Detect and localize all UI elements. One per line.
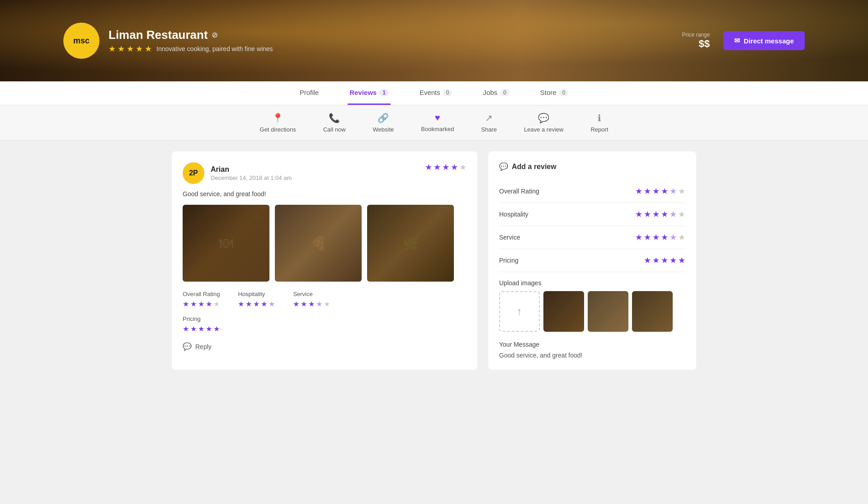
review-image-2: 🍕 [275, 205, 362, 282]
service-rating-row: Service ★ ★ ★ ★ ★ ★ [499, 226, 685, 249]
events-badge: 0 [443, 89, 453, 96]
action-bookmarked[interactable]: ♥ Bookmarked [421, 113, 454, 133]
upload-placeholder[interactable]: ↑ [499, 291, 540, 332]
uploaded-thumb-3[interactable] [632, 291, 673, 332]
pricing-rating-row: Pricing ★ ★ ★ ★ ★ [499, 249, 685, 272]
star-2: ★ [118, 44, 125, 54]
store-badge: 0 [559, 89, 569, 96]
call-icon: 📞 [329, 113, 340, 123]
pricing-rating-item: Pricing ★ ★ ★ ★ ★ [183, 316, 467, 333]
hero-info: Liman Restaurant ⊘ ★ ★ ★ ★ ★ Innovative … [108, 28, 273, 54]
message-section: Your Message Good service, and great foo… [499, 341, 685, 359]
hospitality-label: Hospitality [238, 291, 275, 297]
review-header: 2P Arian December 14, 2018 at 1:04 am ★ … [183, 162, 467, 184]
uploaded-thumb-1[interactable] [543, 291, 584, 332]
upload-label: Upload images [499, 279, 685, 287]
action-call-now[interactable]: 📞 Call now [323, 113, 346, 133]
hero-right: Price range $$ ✉ Direct message [682, 31, 805, 50]
r-star-1: ★ [425, 162, 432, 172]
message-text: Good service, and great food! [499, 352, 685, 359]
reviewer-info: 2P Arian December 14, 2018 at 1:04 am [183, 162, 292, 184]
pricing-label: Pricing [183, 316, 467, 322]
star-4: ★ [136, 44, 143, 54]
upload-section: Upload images ↑ [499, 279, 685, 332]
tab-profile[interactable]: Profile [298, 81, 321, 105]
reviews-badge: 1 [379, 89, 389, 96]
hero-tagline: Innovative cooking, paired with fine win… [156, 45, 273, 52]
hero-stars: ★ ★ ★ ★ ★ Innovative cooking, paired wit… [108, 44, 273, 54]
hero-section: msc Liman Restaurant ⊘ ★ ★ ★ ★ ★ Innovat… [0, 0, 868, 81]
rating-grid: Overall Rating ★ ★ ★ ★ ★ Hospitality ★ ★… [183, 291, 467, 308]
reviewer-date: December 14, 2018 at 1:04 am [211, 174, 292, 181]
directions-icon: 📍 [272, 113, 283, 123]
tab-events[interactable]: Events 0 [418, 81, 454, 105]
action-report[interactable]: ℹ Report [590, 113, 608, 133]
service-rating-row-stars[interactable]: ★ ★ ★ ★ ★ ★ [635, 232, 685, 242]
r-star-3: ★ [442, 162, 449, 172]
action-bar: 📍 Get directions 📞 Call now 🔗 Website ♥ … [0, 105, 868, 141]
price-range-label: Price range [682, 32, 710, 38]
overall-rating-row-stars[interactable]: ★ ★ ★ ★ ★ ★ [635, 186, 685, 196]
upload-icon: ↑ [517, 305, 522, 318]
review-icon: 💬 [538, 113, 549, 123]
hospitality-rating-row: Hospitality ★ ★ ★ ★ ★ ★ [499, 203, 685, 226]
tab-jobs[interactable]: Jobs 0 [481, 81, 511, 105]
star-1: ★ [108, 44, 116, 54]
overall-rating-stars: ★ ★ ★ ★ ★ [183, 300, 220, 308]
edit-icon[interactable]: ⊘ [212, 31, 217, 39]
bookmark-icon: ♥ [435, 113, 440, 123]
star-5: ★ [145, 44, 152, 54]
review-card: 2P Arian December 14, 2018 at 1:04 am ★ … [172, 151, 477, 370]
reviewer-name: Arian [211, 165, 292, 174]
tab-store[interactable]: Store 0 [538, 81, 571, 105]
jobs-badge: 0 [500, 89, 509, 96]
reply-section[interactable]: 💬 Reply [183, 342, 467, 351]
price-range-block: Price range $$ [682, 32, 710, 50]
restaurant-logo: msc [63, 23, 99, 59]
r-star-4: ★ [451, 162, 458, 172]
action-get-directions[interactable]: 📍 Get directions [260, 113, 296, 133]
direct-message-button[interactable]: ✉ Direct message [723, 31, 805, 50]
reply-icon: 💬 [183, 342, 192, 351]
avatar: 2P [183, 162, 204, 184]
hospitality-rating-row-stars[interactable]: ★ ★ ★ ★ ★ ★ [635, 209, 685, 219]
tab-reviews[interactable]: Reviews 1 [348, 81, 391, 105]
right-panel: 💬 Add a review Overall Rating ★ ★ ★ ★ ★ … [488, 151, 696, 370]
r-star-2: ★ [434, 162, 441, 172]
share-icon: ↗ [485, 113, 493, 123]
report-icon: ℹ [598, 113, 601, 123]
add-review-icon: 💬 [499, 162, 508, 171]
review-text: Good service, and great food! [183, 190, 467, 198]
panel-title: 💬 Add a review [499, 162, 685, 171]
service-label: Service [293, 291, 330, 297]
pricing-rating-row-stars[interactable]: ★ ★ ★ ★ ★ [644, 255, 685, 265]
overall-rating-row: Overall Rating ★ ★ ★ ★ ★ ★ [499, 180, 685, 203]
reviewer-details: Arian December 14, 2018 at 1:04 am [211, 165, 292, 181]
overall-rating-label: Overall Rating [183, 291, 220, 297]
main-content: 2P Arian December 14, 2018 at 1:04 am ★ … [163, 151, 705, 370]
pricing-stars: ★ ★ ★ ★ ★ [183, 325, 467, 333]
message-label: Your Message [499, 341, 685, 348]
r-star-5: ★ [459, 162, 467, 172]
hospitality-stars: ★ ★ ★ ★ ★ [238, 300, 275, 308]
hospitality-rating-item: Hospitality ★ ★ ★ ★ ★ [238, 291, 275, 308]
action-website[interactable]: 🔗 Website [373, 113, 394, 133]
action-leave-review[interactable]: 💬 Leave a review [524, 113, 563, 133]
review-overall-stars: ★ ★ ★ ★ ★ [425, 162, 467, 172]
service-rating-item: Service ★ ★ ★ ★ ★ [293, 291, 330, 308]
price-range-value: $$ [682, 38, 710, 50]
service-stars: ★ ★ ★ ★ ★ [293, 300, 330, 308]
reply-label: Reply [195, 343, 212, 350]
message-icon: ✉ [734, 37, 740, 45]
review-images: 🍽 🍕 🌿 [183, 205, 467, 282]
upload-grid: ↑ [499, 291, 685, 332]
review-image-1: 🍽 [183, 205, 269, 282]
review-image-3: 🌿 [367, 205, 454, 282]
star-3: ★ [127, 44, 134, 54]
uploaded-thumb-2[interactable] [588, 291, 628, 332]
action-share[interactable]: ↗ Share [481, 113, 497, 133]
link-icon: 🔗 [377, 113, 389, 123]
nav-tabs: Profile Reviews 1 Events 0 Jobs 0 Store … [0, 81, 868, 105]
overall-rating-item: Overall Rating ★ ★ ★ ★ ★ [183, 291, 220, 308]
restaurant-name: Liman Restaurant ⊘ [108, 28, 273, 42]
